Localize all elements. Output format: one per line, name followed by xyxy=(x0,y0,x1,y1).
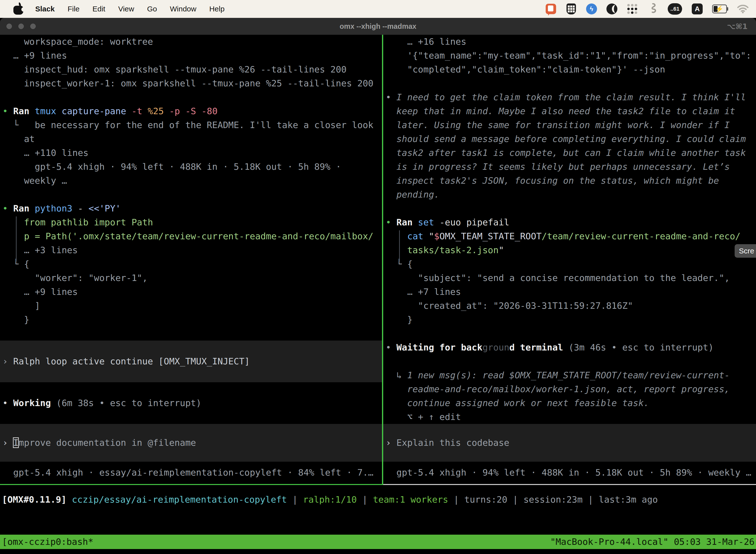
terminal-line: └ { xyxy=(386,257,756,271)
terminal-line: • I need to get the claim token from the… xyxy=(386,90,756,104)
apple-logo-icon[interactable] xyxy=(13,3,23,15)
terminal-line: "created_at": "2026-03-31T11:59:27.816Z" xyxy=(386,299,756,313)
terminal-line: "completed","claim_token":"claim-token"}… xyxy=(386,63,756,76)
blue-bolt-circle-icon[interactable]: ϟ xyxy=(586,3,597,15)
battery-charging-icon[interactable]: ⚡ xyxy=(712,3,728,15)
tmux-pane-right[interactable]: … +16 lines '{"team_name":"my-team","tas… xyxy=(383,35,756,484)
screen-tooltip: Scre xyxy=(735,244,756,258)
menu-status-icons: ϟ ..61 A ⚡ xyxy=(545,3,749,15)
terminal-line: … +110 lines xyxy=(2,146,382,160)
terminal-line: … +16 lines xyxy=(386,35,756,49)
terminal-line: tasks/task-2.json" xyxy=(386,243,756,257)
terminal-line: … +9 lines xyxy=(2,285,382,299)
tmux-host-clock-label: "MacBook-Pro-44.local" 05:03 31-Mar-26 xyxy=(550,535,756,549)
window-zoom-button[interactable] xyxy=(30,23,36,29)
menu-item-view[interactable]: View xyxy=(118,5,134,13)
terminal-line: continue assigned work or next feasible … xyxy=(386,396,756,410)
hook-glyph-icon[interactable] xyxy=(647,3,658,15)
terminal-line: • Ran tmux capture-pane -t %25 -p -S -80 xyxy=(2,104,382,118)
terminal-line: … +9 lines xyxy=(2,49,382,63)
menu-item-edit[interactable]: Edit xyxy=(92,5,106,13)
terminal-line: … +7 lines xyxy=(386,285,756,299)
terminal-line: … +3 lines xyxy=(2,243,382,257)
terminal-line: } xyxy=(386,313,756,327)
terminal-line xyxy=(386,327,756,340)
terminal-line: task2 after task1 is complete, but can I… xyxy=(386,146,756,160)
terminal-line: at xyxy=(2,132,382,146)
pane-border-active xyxy=(0,484,383,485)
letter-a-icon[interactable]: A xyxy=(692,3,703,15)
output-connector-line xyxy=(16,216,17,262)
terminal-line: cat "$OMX_TEAM_STATE_ROOT/team/review-cu… xyxy=(386,229,756,243)
terminal-line xyxy=(386,354,756,368)
terminal-line: readme-and-reco/mailbox/worker-1.json, a… xyxy=(386,382,756,396)
terminal-line: weekly … xyxy=(2,174,382,188)
terminal-line: should send a message before completing … xyxy=(386,132,756,146)
window-minimize-button[interactable] xyxy=(18,23,24,29)
prompt-input[interactable]: › Explain this codebase xyxy=(383,424,756,462)
terminal-line: } xyxy=(2,313,382,327)
wifi-icon[interactable] xyxy=(737,3,749,15)
terminal-line: ↳ 1 new msg(s): read $OMX_TEAM_STATE_ROO… xyxy=(386,368,756,382)
menu-item-file[interactable]: File xyxy=(67,5,79,13)
tmux-status-bar: [omx-cczip0:bash* "MacBook-Pro-44.local"… xyxy=(0,535,756,549)
crescent-circle-icon[interactable] xyxy=(606,3,618,15)
omx-status-line: [OMX#0.11.9] cczip/essay/ai-reimplementa… xyxy=(2,493,658,507)
terminal-line: "worker": "worker-1", xyxy=(2,271,382,285)
terminal-line: › Ralph loop active continue [OMX_TMUX_I… xyxy=(2,354,250,368)
chat-app-icon[interactable] xyxy=(545,3,557,15)
terminal-line: keep that in mind. Maybe I also need the… xyxy=(386,104,756,118)
terminal-line: • Waiting for background terminal (3m 46… xyxy=(386,340,756,354)
prompt-input[interactable]: › Improve documentation in @filename xyxy=(0,424,382,462)
window-title-bar: omx --xhigh --madmax ⌥⌘1 xyxy=(0,18,756,35)
terminal-line: ] xyxy=(2,299,382,313)
window-shortcut-badge: ⌥⌘1 xyxy=(727,22,748,31)
terminal-line: └ be necessary for the end of the README… xyxy=(2,118,382,132)
terminal-window: workspace_mode: worktree … +9 lines insp… xyxy=(0,35,756,554)
terminal-line xyxy=(2,382,382,396)
terminal-line: workspace_mode: worktree xyxy=(2,35,382,49)
terminal-line xyxy=(2,188,382,202)
window-title: omx --xhigh --madmax xyxy=(339,22,416,31)
terminal-line: • Ran set -euo pipefail xyxy=(386,215,756,229)
terminal-line xyxy=(2,327,382,340)
pane-status-line: gpt-5.4 xhigh · 94% left · 488K in · 5.1… xyxy=(386,466,756,480)
menu-item-window[interactable]: Window xyxy=(170,5,196,13)
terminal-line: pending. xyxy=(386,188,756,202)
menu-item-help[interactable]: Help xyxy=(209,5,225,13)
pane-status-line: gpt-5.4 xhigh · essay/ai-reimplementatio… xyxy=(2,466,382,480)
terminal-line: p = Path('.omx/state/team/review-current… xyxy=(2,229,382,243)
menu-item-go[interactable]: Go xyxy=(147,5,157,13)
terminal-line xyxy=(386,76,756,90)
terminal-line: › Explain this codebase xyxy=(386,436,509,450)
terminal-line: gpt-5.4 xhigh · 94% left · 488K in · 5.1… xyxy=(2,160,382,174)
inject-banner[interactable]: › Ralph loop active continue [OMX_TMUX_I… xyxy=(0,340,382,382)
window-close-button[interactable] xyxy=(6,23,12,29)
output-connector-line xyxy=(399,230,400,262)
terminal-line: └ { xyxy=(2,257,382,271)
menu-app-name[interactable]: Slack xyxy=(35,5,55,13)
terminal-line: "subject": "send a concise recommendatio… xyxy=(386,271,756,285)
dots-grid-icon[interactable] xyxy=(627,3,638,15)
menu-bar: Slack FileEditViewGoWindowHelp ϟ xyxy=(0,0,756,18)
terminal-line: inspect_hud: omx sparkshell --tmux-pane … xyxy=(2,63,382,76)
terminal-line: from pathlib import Path xyxy=(2,215,382,229)
terminal-line: '{"team_name":"my-team","task_id":"1","f… xyxy=(386,49,756,63)
shield-grid-icon[interactable] xyxy=(566,3,577,15)
terminal-line: › Improve documentation in @filename xyxy=(2,436,196,450)
terminal-line: inspect_worker-1: omx sparkshell --tmux-… xyxy=(2,76,382,90)
pane-border-inactive xyxy=(383,484,756,485)
terminal-line xyxy=(2,410,382,424)
badge-61-icon[interactable]: ..61 xyxy=(667,3,683,15)
terminal-line xyxy=(2,90,382,104)
terminal-line: later. Using the same for transition mig… xyxy=(386,118,756,132)
terminal-line: • Working (6m 38s • esc to interrupt) xyxy=(2,396,382,410)
terminal-line: is in progress? It seems likely but perh… xyxy=(386,160,756,174)
terminal-line: ⌥ + ↑ edit xyxy=(386,410,756,424)
terminal-line: • Ran python3 - <<'PY' xyxy=(2,202,382,215)
tmux-session-label: [omx-cczip0:bash* xyxy=(0,535,93,549)
terminal-line: inspect task2's JSON, focusing on the st… xyxy=(386,174,756,188)
tmux-pane-left[interactable]: workspace_mode: worktree … +9 lines insp… xyxy=(0,35,382,484)
terminal-line xyxy=(386,202,756,215)
